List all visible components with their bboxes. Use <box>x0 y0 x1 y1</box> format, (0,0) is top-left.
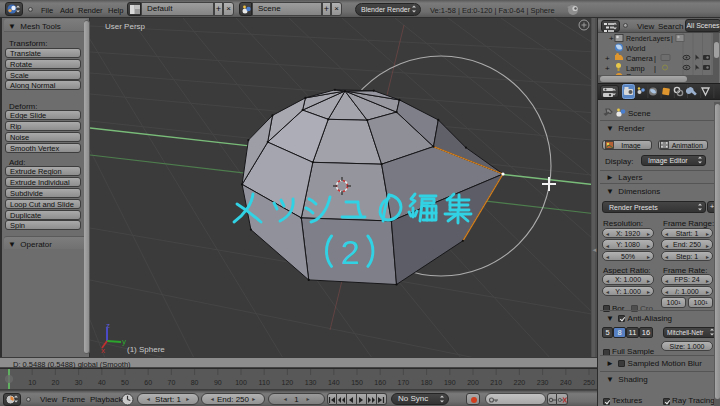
svg-text:40: 40 <box>98 379 106 386</box>
svg-text:210: 210 <box>490 379 502 386</box>
svg-text:100: 100 <box>235 379 247 386</box>
svg-text:160: 160 <box>374 379 386 386</box>
svg-text:(1) Sphere: (1) Sphere <box>127 345 165 354</box>
svg-text:+: + <box>609 34 614 43</box>
svg-text:y: y <box>122 337 126 346</box>
svg-text:x: x <box>101 346 105 355</box>
svg-text:+: + <box>605 54 610 63</box>
svg-text:110: 110 <box>259 379 270 386</box>
svg-text:220: 220 <box>514 379 526 386</box>
svg-text:2: 2 <box>341 233 360 271</box>
svg-text:240: 240 <box>560 379 572 386</box>
svg-text:|: | <box>654 54 656 63</box>
svg-text:140: 140 <box>328 379 340 386</box>
svg-text:50: 50 <box>121 379 129 386</box>
svg-text:|: | <box>654 64 656 73</box>
svg-text:200: 200 <box>467 379 479 386</box>
svg-text:80: 80 <box>191 379 199 386</box>
svg-text:Camera: Camera <box>626 54 654 63</box>
svg-text:170: 170 <box>398 379 410 386</box>
svg-text:230: 230 <box>537 379 549 386</box>
svg-text:User Persp: User Persp <box>105 22 146 31</box>
svg-text:120: 120 <box>282 379 294 386</box>
svg-text:180: 180 <box>421 379 433 386</box>
svg-text:30: 30 <box>75 379 83 386</box>
svg-text:10: 10 <box>28 379 36 386</box>
svg-text:190: 190 <box>444 379 456 386</box>
svg-text:90: 90 <box>214 379 222 386</box>
svg-text:150: 150 <box>351 379 363 386</box>
svg-text:z: z <box>106 321 110 330</box>
svg-text:60: 60 <box>144 379 152 386</box>
svg-text:+: + <box>605 64 610 73</box>
svg-text:70: 70 <box>168 379 176 386</box>
svg-text:250: 250 <box>583 379 595 386</box>
svg-text:RenderLayers: RenderLayers <box>626 35 670 43</box>
svg-text:130: 130 <box>305 379 317 386</box>
svg-text:20: 20 <box>52 379 60 386</box>
svg-text:World: World <box>626 44 645 53</box>
svg-text:|: | <box>671 35 673 43</box>
